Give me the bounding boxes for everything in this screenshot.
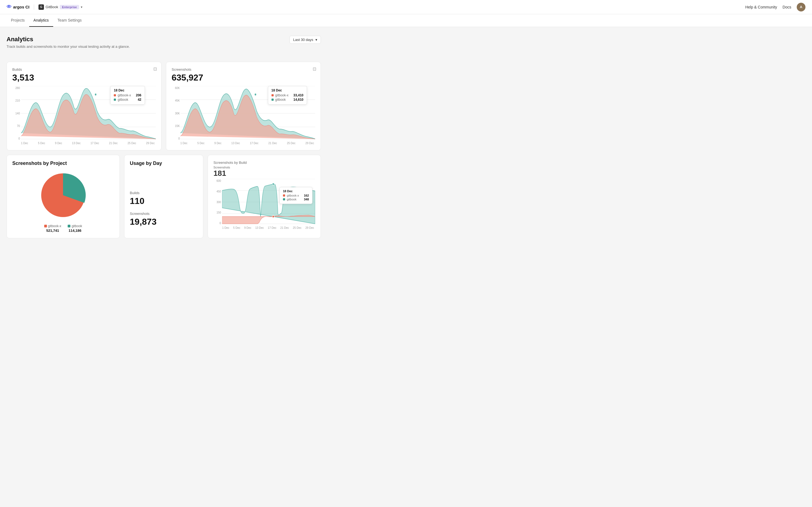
screenshots-tooltip-dot2 bbox=[271, 99, 274, 101]
builds-chart: 280210140700 18 Dec gitbook-x 206 gitboo… bbox=[12, 86, 156, 140]
screenshots-card: Screenshots 635,927 ⊡ bbox=[166, 62, 321, 151]
header-right: Help & Community Docs A bbox=[745, 3, 805, 11]
screenshots-chart: 60K45K30K15K0 18 Dec gitbook-x 33,410 gi… bbox=[172, 86, 315, 140]
usage-metrics: Builds 110 Screenshots 19,873 bbox=[130, 173, 197, 245]
legend-dot-gitbook-x bbox=[44, 225, 47, 227]
svg-point-5 bbox=[95, 93, 97, 96]
legend-value-gitbook: 114,186 bbox=[68, 228, 81, 233]
builds-card-title: Builds bbox=[12, 67, 156, 71]
pie-legend: gitbook-x 521,741 gitbook 114,186 bbox=[12, 224, 114, 233]
build-tooltip-dot1 bbox=[283, 194, 285, 196]
screenshots-tooltip-date: 18 Dec bbox=[271, 89, 303, 92]
screenshots-card-title: Screenshots bbox=[172, 67, 315, 71]
screenshots-tooltip-val1: 33,410 bbox=[290, 93, 303, 97]
builds-tooltip-row1: gitbook-x 206 bbox=[114, 93, 141, 97]
help-community-link[interactable]: Help & Community bbox=[745, 5, 777, 9]
legend-label-gitbook-x: gitbook-x bbox=[48, 224, 61, 228]
legend-dot-gitbook bbox=[68, 225, 70, 227]
screenshots-by-project-card: Screenshots by Project gitbook-x bbox=[7, 155, 120, 238]
builds-tooltip-label1: gitbook-x bbox=[118, 93, 131, 97]
usage-screenshots-metric: Screenshots 19,873 bbox=[130, 212, 197, 227]
chevron-down-icon: ▾ bbox=[81, 5, 82, 9]
build-tooltip-val1: 162 bbox=[301, 194, 309, 197]
builds-tooltip-label2: gitbook bbox=[118, 98, 128, 102]
build-tooltip-date: 18 Dec bbox=[283, 189, 309, 193]
usage-builds-metric: Builds 110 bbox=[130, 191, 197, 206]
screenshots-y-axis: 60K45K30K15K0 bbox=[172, 86, 180, 140]
period-label: Last 30 days bbox=[293, 38, 313, 42]
nav-projects[interactable]: Projects bbox=[7, 14, 29, 27]
legend-value-gitbook-x: 521,741 bbox=[46, 228, 59, 233]
nav-team-settings[interactable]: Team Settings bbox=[53, 14, 86, 27]
builds-x-axis: 1 Dec5 Dec9 Dec13 Dec17 Dec21 Dec25 Dec2… bbox=[12, 142, 156, 145]
header-divider bbox=[34, 4, 34, 10]
nav: Projects Analytics Team Settings bbox=[0, 14, 812, 27]
build-tooltip-row2: gitbook 348 bbox=[283, 198, 309, 201]
builds-card-value: 3,513 bbox=[12, 73, 156, 83]
build-tooltip-dot2 bbox=[283, 198, 285, 201]
builds-tooltip: 18 Dec gitbook-x 206 gitbook 42 bbox=[110, 86, 145, 105]
page-title: Analytics bbox=[7, 36, 130, 43]
usage-screenshots-label: Screenshots bbox=[130, 212, 197, 216]
nav-analytics[interactable]: Analytics bbox=[29, 14, 53, 27]
svg-point-18 bbox=[272, 183, 274, 185]
screenshots-by-build-label: Screenshots bbox=[213, 166, 315, 169]
build-tooltip-val2: 348 bbox=[301, 198, 309, 201]
usage-builds-label: Builds bbox=[130, 191, 197, 195]
builds-y-axis: 280210140700 bbox=[12, 86, 20, 140]
screenshots-by-build-chart: 6004503001500 18 Dec gitbook-x 162 gitbo… bbox=[213, 179, 315, 225]
builds-tooltip-date: 18 Dec bbox=[114, 89, 141, 92]
screenshots-x-axis: 1 Dec5 Dec9 Dec13 Dec17 Dec21 Dec25 Dec2… bbox=[172, 142, 315, 145]
screenshots-tooltip-label2: gitbook bbox=[275, 98, 286, 102]
screenshots-by-build-tooltip: 18 Dec gitbook-x 162 gitbook 348 bbox=[279, 187, 312, 204]
usage-screenshots-value: 19,873 bbox=[130, 217, 197, 227]
screenshots-tooltip-val2: 14,610 bbox=[290, 98, 303, 102]
screenshots-export-icon[interactable]: ⊡ bbox=[313, 66, 316, 71]
builds-tooltip-val2: 42 bbox=[134, 98, 141, 102]
build-x-axis: 1 Dec5 Dec9 Dec13 Dec17 Dec21 Dec25 Dec2… bbox=[213, 226, 315, 229]
builds-card: Builds 3,513 ⊡ bbox=[7, 62, 162, 151]
build-tooltip-label2: gitbook bbox=[287, 198, 296, 201]
pie-chart bbox=[12, 171, 114, 220]
builds-tooltip-dot2 bbox=[114, 99, 116, 101]
main-content: Analytics Track builds and screenshots t… bbox=[0, 27, 327, 251]
screenshots-tooltip-dot1 bbox=[271, 94, 274, 96]
logo: 👁 argos CI bbox=[7, 4, 29, 10]
docs-link[interactable]: Docs bbox=[783, 5, 791, 9]
build-tooltip-row1: gitbook-x 162 bbox=[283, 194, 309, 197]
builds-export-icon[interactable]: ⊡ bbox=[153, 66, 157, 71]
usage-builds-value: 110 bbox=[130, 196, 197, 206]
build-y-axis: 6004503001500 bbox=[213, 179, 221, 225]
screenshots-by-build-card: Screenshots by Build Screenshots 181 bbox=[208, 155, 321, 238]
screenshots-by-project-title: Screenshots by Project bbox=[12, 161, 114, 166]
usage-by-day-card: Usage by Day Builds 110 Screenshots 19,8… bbox=[124, 155, 203, 238]
legend-gitbook-x: gitbook-x 521,741 bbox=[44, 224, 61, 233]
legend-label-gitbook: gitbook bbox=[71, 224, 82, 228]
header-left: 👁 argos CI G GitBook Enterprise ▾ bbox=[7, 4, 82, 10]
usage-by-day-title: Usage by Day bbox=[130, 161, 197, 166]
screenshots-tooltip-row1: gitbook-x 33,410 bbox=[271, 93, 303, 97]
legend-gitbook: gitbook 114,186 bbox=[68, 224, 82, 233]
period-selector[interactable]: Last 30 days ▾ bbox=[290, 36, 321, 44]
screenshots-tooltip-label1: gitbook-x bbox=[275, 93, 289, 97]
builds-tooltip-row2: gitbook 42 bbox=[114, 98, 141, 102]
svg-point-19 bbox=[272, 215, 274, 218]
header: 👁 argos CI G GitBook Enterprise ▾ Help &… bbox=[0, 0, 812, 14]
gitbook-icon: G bbox=[39, 4, 44, 10]
period-chevron-icon: ▾ bbox=[315, 38, 317, 42]
enterprise-tag: Enterprise bbox=[60, 5, 79, 9]
screenshots-card-value: 635,927 bbox=[172, 73, 315, 83]
gitbook-badge[interactable]: G GitBook Enterprise ▾ bbox=[39, 4, 82, 10]
builds-tooltip-val1: 206 bbox=[133, 93, 141, 97]
screenshots-tooltip-row2: gitbook 14,610 bbox=[271, 98, 303, 102]
screenshots-tooltip: 18 Dec gitbook-x 33,410 gitbook 14,610 bbox=[268, 86, 307, 105]
build-tooltip-label1: gitbook-x bbox=[287, 194, 299, 197]
logo-icon: 👁 bbox=[7, 4, 11, 10]
avatar[interactable]: A bbox=[797, 3, 805, 11]
screenshots-by-build-title: Screenshots by Build bbox=[213, 161, 315, 165]
gitbook-label: GitBook bbox=[46, 5, 58, 9]
svg-point-11 bbox=[255, 93, 256, 96]
screenshots-by-build-value: 181 bbox=[213, 169, 315, 178]
builds-tooltip-dot1 bbox=[114, 94, 116, 96]
page-subtitle: Track builds and screenshots to monitor … bbox=[7, 45, 130, 49]
